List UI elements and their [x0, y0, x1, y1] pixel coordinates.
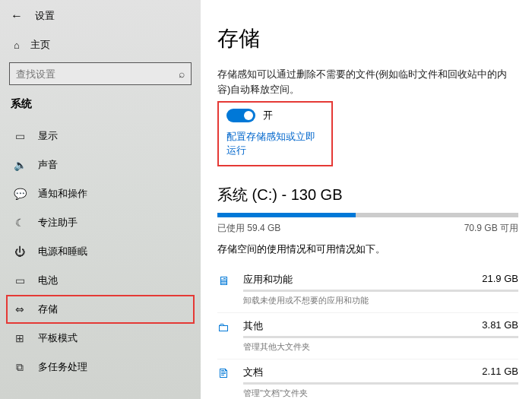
sidebar-item-label: 平板模式: [38, 331, 78, 345]
search-wrap: ⌕: [0, 59, 201, 93]
used-label: 已使用 59.4 GB: [217, 222, 280, 235]
category-size: 2.11 GB: [482, 366, 518, 379]
sidebar-item-multitask[interactable]: ⧉ 多任务处理: [0, 353, 201, 382]
title-bar: ← 设置: [0, 6, 201, 30]
storage-sense-description: 存储感知可以通过删除不需要的文件(例如临时文件和回收站中的内容)自动释放空间。: [217, 67, 518, 97]
category-bar: [243, 290, 518, 292]
moon-icon: ☾: [14, 217, 26, 229]
storage-sense-toggle[interactable]: [226, 109, 255, 122]
usage-bar: [217, 213, 518, 217]
category-name: 应用和功能: [243, 273, 293, 287]
home-button[interactable]: ⌂ 主页: [0, 30, 201, 59]
usage-bar-meta: 已使用 59.4 GB 70.9 GB 可用: [217, 222, 518, 235]
sidebar-item-label: 显示: [38, 129, 58, 143]
sidebar-item-label: 存储: [38, 302, 58, 316]
category-size: 21.9 GB: [482, 273, 518, 287]
apps-icon: 🖥: [217, 273, 233, 288]
configure-storage-sense-link[interactable]: 配置存储感知或立即运行: [226, 130, 324, 157]
sidebar-item-display[interactable]: ▭ 显示: [0, 122, 201, 150]
sidebar-item-focus-assist[interactable]: ☾ 专注助手: [0, 208, 201, 237]
free-label: 70.9 GB 可用: [464, 222, 518, 235]
sound-icon: 🔈: [14, 159, 26, 171]
search-input[interactable]: [16, 68, 179, 80]
settings-sidebar: ← 设置 ⌂ 主页 ⌕ 系统 ▭ 显示 🔈 声音 💬 通知和操作 ☾ 专注助手 …: [0, 0, 201, 399]
sidebar-item-label: 声音: [38, 158, 58, 172]
usage-bar-fill: [217, 213, 356, 217]
folder-icon: 🗀: [217, 319, 233, 334]
display-icon: ▭: [14, 130, 26, 142]
document-icon: 🖹: [217, 366, 233, 381]
category-name: 文档: [243, 366, 263, 379]
sidebar-item-label: 电池: [38, 274, 58, 287]
page-title: 存储: [217, 24, 518, 53]
sidebar-item-notifications[interactable]: 💬 通知和操作: [0, 179, 201, 208]
sidebar-item-storage[interactable]: ⇔ 存储: [6, 295, 195, 324]
power-icon: ⏻: [14, 245, 26, 258]
category-bar: [243, 336, 518, 338]
sidebar-item-label: 专注助手: [38, 216, 78, 230]
home-label: 主页: [30, 38, 50, 52]
usage-description: 存储空间的使用情况和可用情况如下。: [217, 242, 518, 256]
category-name: 其他: [243, 319, 263, 333]
category-apps[interactable]: 🖥 应用和功能 21.9 GB 卸载未使用或不想要的应用和功能: [217, 267, 518, 313]
tablet-icon: ⊞: [14, 332, 26, 344]
category-other[interactable]: 🗀 其他 3.81 GB 管理其他大文件夹: [217, 313, 518, 359]
main-content: 存储 存储感知可以通过删除不需要的文件(例如临时文件和回收站中的内容)自动释放空…: [201, 0, 532, 399]
sidebar-item-battery[interactable]: ▭ 电池: [0, 266, 201, 295]
home-icon: ⌂: [14, 40, 20, 51]
search-icon: ⌕: [179, 68, 185, 80]
storage-icon: ⇔: [14, 303, 26, 315]
search-box[interactable]: ⌕: [9, 62, 192, 85]
category-bar: [243, 382, 518, 385]
category-sub: 管理其他大文件夹: [243, 341, 518, 353]
category-sub: 管理"文档"文件夹: [243, 388, 518, 399]
storage-sense-highlight: 开 配置存储感知或立即运行: [217, 101, 333, 166]
category-sub: 卸载未使用或不想要的应用和功能: [243, 295, 518, 306]
multitask-icon: ⧉: [14, 361, 26, 374]
sidebar-item-label: 通知和操作: [38, 187, 87, 201]
category-documents[interactable]: 🖹 文档 2.11 GB 管理"文档"文件夹: [217, 359, 518, 399]
storage-sense-toggle-row: 开: [226, 109, 324, 122]
sidebar-item-sound[interactable]: 🔈 声音: [0, 150, 201, 179]
sidebar-item-tablet[interactable]: ⊞ 平板模式: [0, 324, 201, 353]
sidebar-item-label: 多任务处理: [38, 360, 87, 374]
toggle-label: 开: [263, 109, 273, 122]
notification-icon: 💬: [14, 188, 26, 200]
sidebar-item-power[interactable]: ⏻ 电源和睡眠: [0, 237, 201, 266]
back-icon[interactable]: ←: [11, 9, 23, 23]
battery-icon: ▭: [14, 274, 26, 287]
group-label-system: 系统: [0, 93, 201, 122]
drive-title: 系统 (C:) - 130 GB: [217, 185, 518, 205]
category-size: 3.81 GB: [482, 319, 518, 333]
window-title: 设置: [35, 9, 55, 23]
sidebar-item-label: 电源和睡眠: [38, 245, 87, 258]
